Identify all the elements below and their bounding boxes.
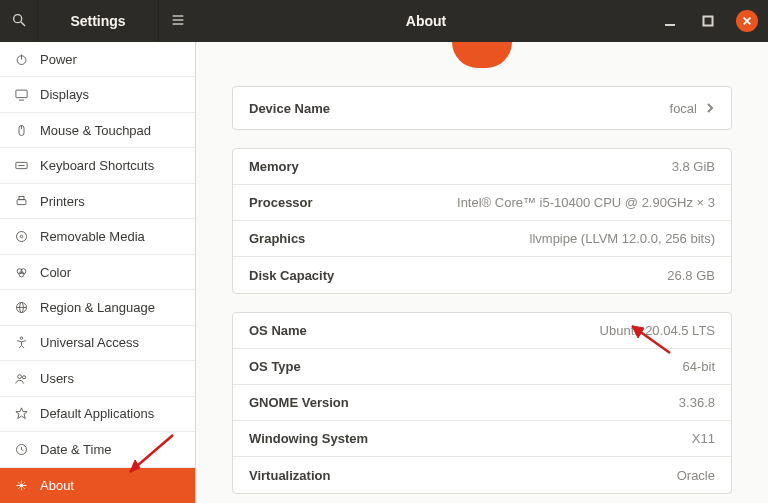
sidebar-item-label: Printers: [40, 194, 85, 209]
processor-row: Processor Intel® Core™ i5-10400 CPU @ 2.…: [233, 185, 731, 221]
clock-icon: [12, 440, 30, 458]
sidebar-item-removable[interactable]: Removable Media: [0, 219, 195, 254]
graphics-row: Graphics llvmpipe (LLVM 12.0.0, 256 bits…: [233, 221, 731, 257]
device-name-card: Device Name focal: [232, 86, 732, 130]
gnome-row: GNOME Version 3.36.8: [233, 385, 731, 421]
printers-icon: [12, 192, 30, 210]
sidebar-item-universal[interactable]: Universal Access: [0, 326, 195, 361]
sidebar-item-keyboard[interactable]: Keyboard Shortcuts: [0, 148, 195, 183]
maximize-button[interactable]: [698, 11, 718, 31]
color-icon: [12, 263, 30, 281]
device-name-value: focal: [670, 101, 697, 116]
memory-value: 3.8 GiB: [672, 159, 715, 174]
power-icon: [12, 50, 30, 68]
gnome-value: 3.36.8: [679, 395, 715, 410]
settings-title: Settings: [38, 13, 158, 29]
ubuntu-logo: [196, 42, 768, 68]
graphics-value: llvmpipe (LLVM 12.0.0, 256 bits): [530, 231, 715, 246]
sidebar-item-printers[interactable]: Printers: [0, 184, 195, 219]
device-name-label: Device Name: [249, 101, 330, 116]
svg-point-27: [20, 337, 23, 340]
titlebar: Settings About: [0, 0, 768, 42]
disk-row: Disk Capacity 26.8 GB: [233, 257, 731, 293]
chevron-right-icon: [705, 101, 715, 116]
svg-point-0: [13, 14, 21, 22]
hardware-card: Memory 3.8 GiB Processor Intel® Core™ i5…: [232, 148, 732, 294]
hamburger-icon: [170, 12, 186, 31]
svg-point-20: [20, 235, 23, 238]
disk-label: Disk Capacity: [249, 268, 334, 283]
os-type-label: OS Type: [249, 359, 301, 374]
svg-rect-17: [17, 199, 26, 204]
graphics-label: Graphics: [249, 231, 305, 246]
os-name-value: Ubuntu 20.04.5 LTS: [600, 323, 715, 338]
sidebar-item-default-apps[interactable]: Default Applications: [0, 397, 195, 432]
accessibility-icon: [12, 334, 30, 352]
svg-rect-18: [19, 196, 24, 199]
device-name-row[interactable]: Device Name focal: [233, 87, 731, 129]
virt-value: Oracle: [677, 468, 715, 483]
window-body: Power Displays Mouse & Touchpad Keyboard…: [0, 42, 768, 503]
titlebar-right: About: [196, 0, 768, 42]
sidebar-item-label: Displays: [40, 87, 89, 102]
sidebar-item-color[interactable]: Color: [0, 255, 195, 290]
ws-label: Windowing System: [249, 431, 368, 446]
sidebar-item-mouse[interactable]: Mouse & Touchpad: [0, 113, 195, 148]
memory-label: Memory: [249, 159, 299, 174]
ws-value: X11: [692, 431, 715, 446]
sidebar-item-region[interactable]: Region & Language: [0, 290, 195, 325]
mouse-icon: [12, 121, 30, 139]
sidebar-item-power[interactable]: Power: [0, 42, 195, 77]
processor-value: Intel® Core™ i5-10400 CPU @ 2.90GHz × 3: [457, 195, 715, 210]
svg-rect-11: [15, 90, 26, 98]
sidebar-item-datetime[interactable]: Date & Time: [0, 432, 195, 467]
svg-point-29: [22, 376, 25, 379]
sidebar-item-displays[interactable]: Displays: [0, 77, 195, 112]
main-panel: Device Name focal Memory 3.8 GiB Process…: [196, 42, 768, 503]
gnome-label: GNOME Version: [249, 395, 349, 410]
sidebar-item-label: Users: [40, 371, 74, 386]
sidebar-item-label: Keyboard Shortcuts: [40, 158, 154, 173]
virt-label: Virtualization: [249, 468, 330, 483]
close-button[interactable]: [736, 10, 758, 32]
keyboard-icon: [12, 157, 30, 175]
removable-icon: [12, 228, 30, 246]
processor-label: Processor: [249, 195, 313, 210]
titlebar-left: Settings: [0, 0, 196, 42]
sidebar-item-label: Default Applications: [40, 406, 154, 421]
star-icon: [12, 405, 30, 423]
window-controls: [656, 10, 768, 32]
sidebar-item-label: Power: [40, 52, 77, 67]
search-icon: [11, 12, 27, 31]
svg-point-19: [16, 232, 26, 242]
sidebar-item-label: Date & Time: [40, 442, 112, 457]
sidebar-item-about[interactable]: About: [0, 468, 195, 503]
sidebar-item-label: Region & Language: [40, 300, 155, 315]
sidebar-item-label: Color: [40, 265, 71, 280]
svg-point-28: [17, 375, 21, 379]
disk-value: 26.8 GB: [667, 268, 715, 283]
virt-row: Virtualization Oracle: [233, 457, 731, 493]
globe-icon: [12, 299, 30, 317]
sidebar-item-label: Universal Access: [40, 335, 139, 350]
sidebar-item-label: Mouse & Touchpad: [40, 123, 151, 138]
sidebar-item-users[interactable]: Users: [0, 361, 195, 396]
os-name-row: OS Name Ubuntu 20.04.5 LTS: [233, 313, 731, 349]
svg-rect-6: [704, 17, 713, 26]
sparkle-icon: [12, 476, 30, 494]
page-title: About: [196, 13, 656, 29]
svg-line-1: [21, 22, 25, 26]
sidebar: Power Displays Mouse & Touchpad Keyboard…: [0, 42, 196, 503]
os-name-label: OS Name: [249, 323, 307, 338]
sidebar-item-label: About: [40, 478, 74, 493]
os-type-value: 64-bit: [682, 359, 715, 374]
minimize-button[interactable]: [660, 11, 680, 31]
ws-row: Windowing System X11: [233, 421, 731, 457]
users-icon: [12, 369, 30, 387]
sidebar-item-label: Removable Media: [40, 229, 145, 244]
search-button[interactable]: [0, 0, 38, 42]
displays-icon: [12, 86, 30, 104]
hamburger-button[interactable]: [158, 0, 196, 42]
memory-row: Memory 3.8 GiB: [233, 149, 731, 185]
os-type-row: OS Type 64-bit: [233, 349, 731, 385]
